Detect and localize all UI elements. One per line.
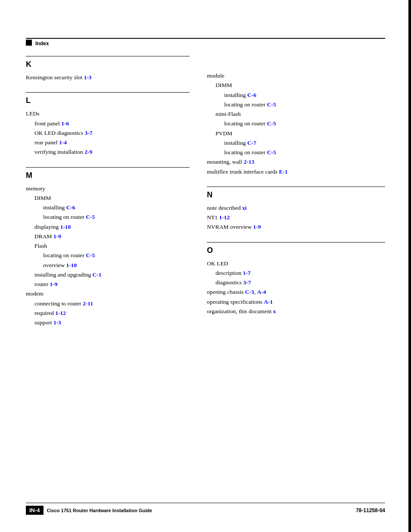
entry-nvram-overview: NVRAM overview 1-9: [207, 223, 385, 231]
section-m-letter: M: [26, 171, 190, 180]
section-k-divider: [26, 56, 190, 56]
entry-ok-led-diagnostics: OK LED diagnostics 3-7: [34, 129, 190, 137]
entry-modem: modem: [26, 289, 190, 298]
entry-module-pvdm: PVDM: [215, 129, 385, 138]
section-n-letter: N: [207, 190, 385, 199]
section-l: L LEDs front panel 1-6 OK LED diagnostic…: [26, 92, 190, 156]
header-title: Index: [35, 39, 49, 47]
footer: IN-4 Cisco 1751 Router Hardware Installa…: [26, 503, 385, 515]
page-number-badge: IN-4: [26, 506, 44, 515]
page: Index K Kensington security slot 1-3 L L…: [0, 0, 411, 532]
entry-module-dimm-locating: locating on router C-5: [224, 100, 385, 109]
entry-rear-panel: rear panel 1-4: [34, 138, 190, 147]
section-module: module DIMM installing C-6 locating on r…: [207, 72, 385, 176]
entry-leds: LEDs: [26, 109, 190, 118]
section-o-letter: O: [207, 246, 385, 255]
entry-memory-dram: DRAM 1-9: [34, 232, 190, 241]
entry-module-dimm-installing: installing C-6: [224, 91, 385, 100]
entry-module: module: [207, 72, 385, 80]
entry-kensington: Kensington security slot 1-3: [26, 73, 190, 82]
footer-divider: [26, 503, 385, 503]
entry-front-panel: front panel 1-6: [34, 119, 190, 128]
right-column: module DIMM installing C-6 locating on r…: [198, 56, 385, 489]
section-k-letter: K: [26, 60, 190, 69]
left-column: K Kensington security slot 1-3 L LEDs fr…: [26, 56, 198, 489]
entry-memory-dimm-locating: locating on router C-5: [43, 213, 190, 221]
entry-memory-router: router 1-9: [34, 280, 190, 289]
entry-ok-led-diagnostics: diagnostics 3-7: [215, 278, 385, 287]
section-o-divider: [207, 242, 385, 243]
right-page-bar: [408, 0, 411, 532]
entry-modem-required: required 1-12: [34, 309, 190, 317]
entry-organization: organization, this document x: [207, 307, 385, 316]
entry-memory: memory: [26, 184, 190, 193]
entry-memory-installing-upgrading: installing and upgrading C-1: [34, 271, 190, 279]
header-square-icon: [26, 40, 32, 46]
entry-memory-dimm-installing: installing C-6: [43, 203, 190, 212]
entry-module-miniflash: mini-Flash: [215, 110, 385, 118]
entry-memory-dimm: DIMM: [34, 194, 190, 202]
section-k: K Kensington security slot 1-3: [26, 56, 190, 82]
footer-page-ref: 78-11258-04: [356, 507, 385, 513]
entry-modem-connecting: connecting to router 2-11: [34, 299, 190, 308]
entry-memory-flash: Flash: [34, 242, 190, 250]
entry-memory-displaying: displaying 1-10: [34, 223, 190, 231]
section-n: N note described xi NT1 1-12 NVRAM overv…: [207, 187, 385, 232]
entry-module-dimm: DIMM: [215, 81, 385, 90]
header-bar: Index: [26, 38, 385, 47]
footer-doc-title: Cisco 1751 Router Hardware Installation …: [47, 508, 153, 513]
section-n-divider: [207, 187, 385, 187]
entry-module-pvdm-installing: installing C-7: [224, 139, 385, 147]
entry-multiflex-trunk: multiflex trunk interface cards E-1: [207, 168, 385, 176]
section-m: M memory DIMM installing C-6 locating on…: [26, 167, 190, 327]
section-o: O OK LED description 1-7 diagnostics 3-7…: [207, 242, 385, 316]
entry-note-described: note described xi: [207, 204, 385, 212]
section-l-divider: [26, 92, 190, 93]
entry-mounting-wall: mounting, wall 2-13: [207, 158, 385, 166]
section-l-letter: L: [26, 96, 190, 105]
entry-memory-flash-locating: locating on router C-5: [43, 251, 190, 260]
entry-module-pvdm-locating: locating on router C-5: [224, 148, 385, 157]
entry-modem-support: support 1-3: [34, 318, 190, 327]
entry-module-miniflash-locating: locating on router C-5: [224, 119, 385, 128]
entry-nt1: NT1 1-12: [207, 213, 385, 222]
entry-memory-flash-overview: overview 1-10: [43, 261, 190, 270]
footer-left: IN-4 Cisco 1751 Router Hardware Installa…: [26, 506, 152, 515]
footer-content: IN-4 Cisco 1751 Router Hardware Installa…: [26, 506, 385, 515]
content-area: K Kensington security slot 1-3 L LEDs fr…: [26, 56, 385, 489]
entry-verifying-installation: verifying installation 2-9: [34, 148, 190, 156]
entry-opening-chassis: opening chassis C-3, A-4: [207, 288, 385, 296]
entry-ok-led-description: description 1-7: [215, 269, 385, 277]
entry-ok-led: OK LED: [207, 259, 385, 268]
entry-operating-specs: operating specifications A-1: [207, 298, 385, 306]
section-m-divider: [26, 167, 190, 168]
